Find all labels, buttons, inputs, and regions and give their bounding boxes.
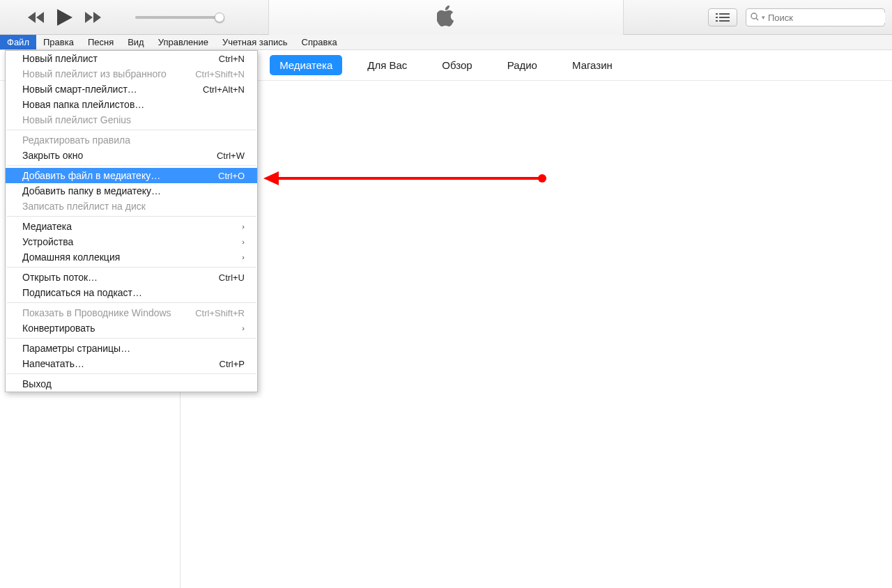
menu-item[interactable]: Новый плейлистCtrl+N: [6, 51, 257, 66]
menu-item: Редактировать правила: [6, 132, 257, 148]
menu-item[interactable]: Добавить файл в медиатеку…Ctrl+O: [6, 168, 257, 183]
menu-item-shortcut: Ctrl+N: [219, 54, 245, 64]
menu-item-label: Параметры страницы…: [22, 343, 130, 354]
menu-item-shortcut: Ctrl+Shift+R: [195, 308, 245, 318]
menu-separator: [7, 302, 256, 303]
menu-item-label: Добавить папку в медиатеку…: [22, 185, 161, 196]
menu-item-label: Новый плейлист: [22, 53, 98, 64]
menu-song[interactable]: Песня: [81, 35, 121, 49]
menu-separator: [7, 130, 256, 130]
svg-marker-0: [28, 12, 36, 23]
tab-for-you[interactable]: Для Вас: [357, 55, 417, 75]
menu-item-label: Напечатать…: [22, 358, 84, 369]
menu-view[interactable]: Вид: [121, 35, 151, 49]
svg-rect-7: [716, 17, 718, 18]
menu-item[interactable]: Напечатать…Ctrl+P: [6, 356, 257, 371]
menu-item-shortcut: Ctrl+Alt+N: [203, 84, 245, 95]
tab-radio[interactable]: Радио: [498, 55, 547, 75]
svg-rect-6: [719, 13, 730, 15]
menu-item-label: Устройства: [22, 236, 73, 247]
menu-item: Показать в Проводнике WindowsCtrl+Shift+…: [6, 305, 257, 320]
menu-item[interactable]: Новый смарт-плейлист…Ctrl+Alt+N: [6, 82, 257, 97]
svg-marker-1: [36, 12, 44, 23]
playback-controls: [0, 9, 219, 26]
annotation-arrow: [263, 173, 542, 182]
menu-item[interactable]: Закрыть окноCtrl+W: [6, 148, 257, 163]
svg-rect-10: [719, 20, 730, 22]
menu-item-label: Новая папка плейлистов…: [22, 99, 144, 110]
menu-account[interactable]: Учетная запись: [215, 35, 295, 49]
apple-logo-icon: [437, 6, 455, 29]
menu-item-label: Редактировать правила: [22, 134, 130, 146]
menu-separator: [7, 338, 256, 339]
player-bar: ▾: [0, 0, 892, 35]
submenu-arrow-icon: ›: [242, 238, 245, 246]
menu-item-label: Закрыть окно: [22, 150, 83, 161]
svg-rect-9: [716, 20, 718, 22]
menu-item[interactable]: Новая папка плейлистов…: [6, 97, 257, 112]
svg-rect-5: [716, 13, 718, 15]
menu-item: Новый плейлист из выбранногоCtrl+Shift+N: [6, 66, 257, 82]
file-menu-dropdown: Новый плейлистCtrl+NНовый плейлист из вы…: [5, 50, 258, 392]
svg-marker-3: [85, 12, 93, 23]
next-button[interactable]: [85, 12, 102, 23]
menu-item[interactable]: Выход: [6, 376, 257, 392]
menu-help[interactable]: Справка: [295, 35, 344, 49]
menu-controls[interactable]: Управление: [151, 35, 215, 49]
svg-marker-4: [93, 12, 101, 23]
submenu-arrow-icon: ›: [242, 253, 245, 261]
menu-item-label: Новый смарт-плейлист…: [22, 84, 137, 95]
menu-item[interactable]: Параметры страницы…: [6, 341, 257, 356]
menu-item-shortcut: Ctrl+O: [218, 171, 245, 181]
tab-browse[interactable]: Обзор: [432, 55, 482, 75]
menu-item[interactable]: Медиатека›: [6, 219, 257, 234]
menu-item[interactable]: Подписаться на подкаст…: [6, 285, 257, 300]
menu-item-label: Новый плейлист из выбранного: [22, 68, 167, 79]
play-button[interactable]: [57, 9, 72, 26]
menu-item-label: Новый плейлист Genius: [22, 114, 131, 125]
menu-item-shortcut: Ctrl+P: [220, 359, 245, 369]
tab-store[interactable]: Магазин: [562, 55, 622, 75]
menu-item-label: Показать в Проводнике Windows: [22, 307, 171, 318]
menu-item-label: Домашняя коллекция: [22, 252, 120, 263]
menu-separator: [7, 165, 256, 166]
search-dropdown-icon[interactable]: ▾: [762, 14, 765, 21]
menu-item: Записать плейлист на диск: [6, 199, 257, 214]
list-view-button[interactable]: [708, 8, 737, 26]
menu-item-label: Записать плейлист на диск: [22, 201, 146, 212]
previous-button[interactable]: [28, 12, 45, 23]
menu-file[interactable]: Файл: [0, 35, 36, 49]
menu-item: Новый плейлист Genius: [6, 112, 257, 127]
menu-item[interactable]: Открыть поток…Ctrl+U: [6, 270, 257, 285]
search-box[interactable]: ▾: [746, 8, 885, 26]
menu-item-label: Выход: [22, 378, 52, 389]
menu-separator: [7, 373, 256, 374]
menu-item-shortcut: Ctrl+W: [217, 150, 245, 161]
menu-bar: Файл Правка Песня Вид Управление Учетная…: [0, 35, 892, 50]
menu-item[interactable]: Устройства›: [6, 234, 257, 249]
menu-item-label: Конвертировать: [22, 323, 95, 334]
svg-rect-8: [719, 17, 730, 18]
menu-item[interactable]: Добавить папку в медиатеку…: [6, 183, 257, 199]
toolbar-right: ▾: [708, 0, 885, 35]
menu-separator: [7, 216, 256, 217]
tab-library[interactable]: Медиатека: [270, 55, 342, 75]
svg-marker-2: [57, 9, 72, 26]
svg-line-12: [756, 18, 758, 20]
search-input[interactable]: [768, 13, 885, 23]
menu-item-label: Добавить файл в медиатеку…: [22, 170, 160, 181]
menu-item-shortcut: Ctrl+Shift+N: [195, 69, 245, 79]
menu-item-label: Открыть поток…: [22, 272, 98, 283]
search-icon: [751, 13, 759, 23]
submenu-arrow-icon: ›: [242, 324, 245, 332]
menu-item-shortcut: Ctrl+U: [219, 272, 245, 283]
submenu-arrow-icon: ›: [242, 222, 245, 231]
menu-item-label: Подписаться на подкаст…: [22, 287, 142, 298]
menu-item[interactable]: Конвертировать›: [6, 320, 257, 336]
svg-point-11: [751, 13, 757, 19]
menu-item-label: Медиатека: [22, 221, 72, 232]
volume-slider[interactable]: [135, 16, 219, 19]
menu-separator: [7, 267, 256, 268]
menu-item[interactable]: Домашняя коллекция›: [6, 249, 257, 265]
menu-edit[interactable]: Правка: [36, 35, 81, 49]
